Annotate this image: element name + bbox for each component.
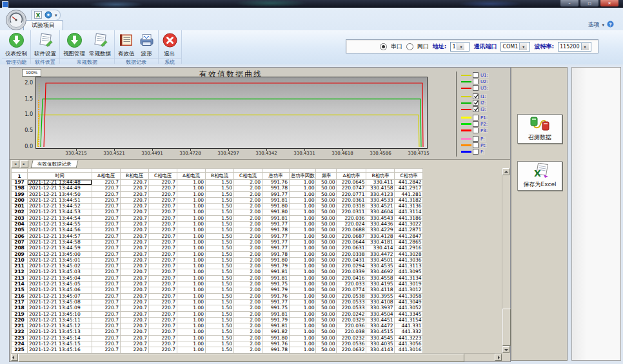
- column-header[interactable]: A相电压: [92, 173, 121, 180]
- app-menu-orb[interactable]: [5, 9, 27, 31]
- legend-checkbox[interactable]: [473, 115, 479, 120]
- com-port-select[interactable]: COM1▾: [500, 42, 530, 52]
- legend-checkbox[interactable]: [473, 100, 479, 106]
- table-row[interactable]: 2182021-12-21 13:45:09220.7220.7220.71.0…: [12, 305, 423, 311]
- legend-label: P3:: [480, 128, 488, 133]
- table-row[interactable]: 2082021-12-21 13:44:59220.7220.7220.71.0…: [12, 245, 423, 251]
- table-row[interactable]: 2112021-12-21 13:45:02220.7220.7220.71.0…: [12, 263, 423, 269]
- table-row[interactable]: 2152021-12-21 13:45:06220.7220.7220.71.0…: [12, 287, 423, 293]
- table-row[interactable]: 2172021-12-21 13:45:08220.7220.7220.71.0…: [12, 299, 423, 305]
- table-row[interactable]: 2202021-12-21 13:45:11220.7220.7220.71.0…: [12, 317, 423, 323]
- legend-color-swatch: [461, 75, 471, 76]
- column-header[interactable]: 时间: [28, 173, 92, 180]
- vertical-scrollbar-thumb[interactable]: [502, 309, 511, 346]
- table-row[interactable]: 2132021-12-21 13:45:04220.7220.7220.71.0…: [12, 275, 423, 281]
- instrument-control-button[interactable]: 仪表控制: [3, 32, 29, 58]
- table-row[interactable]: 2222021-12-21 13:45:13220.7220.7220.71.0…: [12, 329, 423, 335]
- legend-item: P2:: [461, 121, 506, 127]
- column-header[interactable]: 总功率: [262, 173, 290, 180]
- table-row[interactable]: 2212021-12-21 13:45:12220.7220.7220.71.0…: [12, 323, 423, 329]
- baud-rate-value: 115200: [560, 44, 580, 50]
- table-row[interactable]: 2012021-12-21 13:44:52220.7220.7220.71.0…: [12, 204, 423, 209]
- table-row[interactable]: 2032021-12-21 13:44:54220.7220.7220.71.0…: [12, 215, 423, 221]
- legend-checkbox[interactable]: [473, 85, 479, 91]
- data-grid[interactable]: 1时间A相电压B相电压C相电压A相电流B相电流C相电流总功率总功率因数频率A相功…: [11, 168, 502, 353]
- network-port-radio[interactable]: [406, 43, 413, 50]
- dropdown-arrow-icon[interactable]: ▾: [519, 43, 527, 50]
- table-row[interactable]: 2122021-12-21 13:45:03220.7220.7220.71.0…: [12, 269, 423, 275]
- legend-checkbox[interactable]: [473, 142, 479, 148]
- plot-area[interactable]: [35, 77, 428, 149]
- chevron-down-icon[interactable]: ▾: [602, 23, 604, 28]
- baud-rate-select[interactable]: 115200▾: [558, 42, 591, 52]
- table-row[interactable]: 2232021-12-21 13:45:14220.7220.7220.71.0…: [12, 335, 423, 341]
- rms-data-table[interactable]: 1时间A相电压B相电压C相电压A相电流B相电流C相电流总功率总功率因数频率A相功…: [11, 168, 423, 353]
- waveform-icon: [139, 32, 155, 50]
- tab-scroll-left-icon[interactable]: ◄: [11, 160, 19, 168]
- table-row[interactable]: 2022021-12-21 13:44:53220.7220.7220.71.0…: [12, 209, 423, 215]
- regular-data-button[interactable]: 常规数据: [87, 32, 113, 58]
- serial-port-label: 串口: [391, 43, 402, 51]
- window-titlebar[interactable]: – ▢ ✕: [0, 0, 623, 8]
- vertical-scrollbar[interactable]: [502, 168, 510, 353]
- table-row[interactable]: 2002021-12-21 13:44:51220.7220.7220.71.0…: [12, 197, 423, 203]
- horizontal-scrollbar[interactable]: [11, 353, 502, 361]
- legend-checkbox[interactable]: [473, 72, 479, 78]
- address-select[interactable]: 1▾: [450, 42, 470, 52]
- horizontal-scrollbar-thumb[interactable]: [18, 354, 464, 362]
- table-row[interactable]: 2242021-12-21 13:45:15220.7220.7220.71.0…: [12, 341, 423, 347]
- table-row[interactable]: 1992021-12-21 13:44:50220.7220.7220.71.0…: [12, 191, 423, 197]
- software-settings-button[interactable]: 软件设置: [32, 32, 58, 58]
- save-excel-button[interactable]: X 保存为Excel: [517, 161, 562, 191]
- legend-checkbox[interactable]: [473, 79, 479, 84]
- table-row[interactable]: 2042021-12-21 13:44:55220.7220.7220.71.0…: [12, 222, 423, 227]
- legend-checkbox[interactable]: [473, 128, 479, 133]
- dropdown-arrow-icon[interactable]: ▾: [581, 43, 589, 50]
- help-icon[interactable]: ?: [607, 21, 614, 29]
- column-header[interactable]: B相电压: [121, 173, 149, 180]
- column-header[interactable]: C相电流: [234, 173, 262, 180]
- fetch-data-button[interactable]: 召测数据: [517, 114, 562, 144]
- table-row[interactable]: 1972021-12-21 13:44:48220.7220.7220.71.0…: [12, 180, 423, 186]
- table-row[interactable]: 2192021-12-21 13:45:10220.7220.7220.71.0…: [12, 311, 423, 317]
- x-axis-tick-label: 330.4215: [58, 151, 94, 156]
- data-sheet-tab[interactable]: 有效值数据记录: [31, 160, 78, 168]
- maximize-button[interactable]: ▢: [580, 0, 599, 7]
- table-row[interactable]: 2252021-12-21 13:45:16220.7220.7220.71.0…: [12, 347, 423, 353]
- legend-checkbox[interactable]: [473, 121, 479, 127]
- table-row[interactable]: 2102021-12-21 13:45:01220.7220.7220.71.0…: [12, 257, 423, 263]
- column-header[interactable]: B相功率: [366, 173, 395, 180]
- minimize-button[interactable]: –: [560, 0, 579, 7]
- column-header[interactable]: A相功率: [337, 173, 366, 180]
- legend-checkbox[interactable]: [473, 93, 479, 99]
- table-row[interactable]: 2142021-12-21 13:45:05220.7220.7220.71.0…: [12, 282, 423, 287]
- column-header[interactable]: 频率: [316, 173, 337, 180]
- legend-checkbox[interactable]: [473, 136, 479, 142]
- sheet-tab-bar: ◄ ► 有效值数据记录: [11, 160, 77, 168]
- serial-port-radio[interactable]: [380, 43, 387, 50]
- table-row[interactable]: 2062021-12-21 13:44:57220.7220.7220.71.0…: [12, 233, 423, 239]
- table-row[interactable]: 2162021-12-21 13:45:07220.7220.7220.71.0…: [12, 293, 423, 299]
- column-header[interactable]: C相电压: [149, 173, 177, 180]
- column-header[interactable]: C相功率: [395, 173, 423, 180]
- rms-value-button[interactable]: 有效值: [116, 32, 137, 58]
- legend-checkbox[interactable]: [473, 149, 479, 155]
- ribbon-button-label: 视图管理: [63, 50, 85, 58]
- column-header[interactable]: A相电流: [177, 173, 206, 180]
- column-header[interactable]: 总功率因数: [290, 173, 316, 180]
- table-row[interactable]: 2072021-12-21 13:44:58220.7220.7220.71.0…: [12, 239, 423, 245]
- exit-button[interactable]: 退出: [160, 32, 180, 58]
- waveform-button[interactable]: 波形: [137, 32, 157, 58]
- dropdown-arrow-icon[interactable]: ▾: [457, 43, 464, 50]
- view-management-button[interactable]: 视图管理: [61, 32, 87, 58]
- table-row[interactable]: 2052021-12-21 13:44:56220.7220.7220.71.0…: [12, 227, 423, 233]
- close-button[interactable]: ✕: [600, 0, 619, 7]
- tab-test-project[interactable]: 试验项目: [23, 20, 63, 30]
- qat-dropdown-icon[interactable]: ▾: [55, 13, 57, 18]
- tab-scroll-right-icon[interactable]: ►: [20, 160, 28, 168]
- legend-checkbox[interactable]: [473, 106, 479, 112]
- table-row[interactable]: 2092021-12-21 13:45:00220.7220.7220.71.0…: [12, 251, 423, 257]
- table-row[interactable]: 1982021-12-21 13:44:49220.7220.7220.71.0…: [12, 186, 423, 191]
- column-header[interactable]: B相电流: [206, 173, 234, 180]
- options-button[interactable]: 选项: [588, 21, 599, 29]
